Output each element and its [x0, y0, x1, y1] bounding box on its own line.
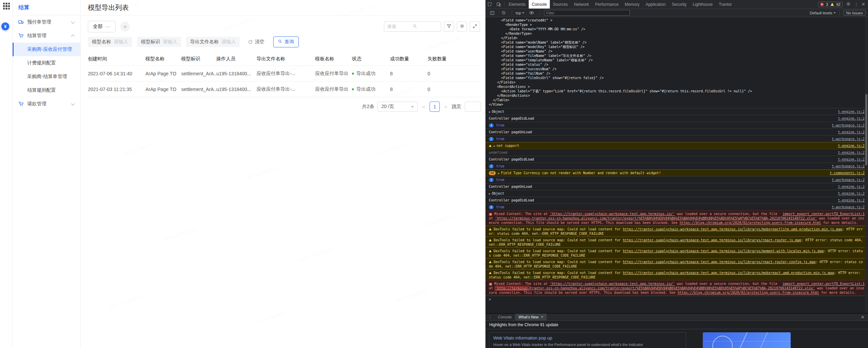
console-source-link[interactable]: t-components.js:2: [830, 171, 865, 175]
sidebar-item-请款管理[interactable]: 请款管理: [13, 97, 80, 111]
console-url-link[interactable]: trantor.oss-cn-hangzhou.aliyuncs.com/tra…: [530, 286, 815, 290]
execution-context-select[interactable]: top: [516, 11, 524, 15]
console-log-row[interactable]: t-workspace.js:22true: [485, 135, 868, 142]
table-row[interactable]: 2021-07-03 11:21:35ArAp Page TOsettlemen…: [88, 81, 481, 97]
console-source-link[interactable]: t-workspace.js:2: [832, 205, 865, 209]
log-levels-select[interactable]: Default levels: [810, 11, 836, 15]
console-log-row[interactable]: DevTools failed to load source map: Coul…: [485, 269, 868, 280]
devtools-tab-application[interactable]: Application: [642, 0, 669, 9]
clear-console-icon[interactable]: [499, 11, 508, 15]
tab-close-icon[interactable]: ✕: [541, 315, 544, 319]
console-url-link[interactable]: https://blog.chromium.org/2020/02/protec…: [680, 221, 821, 225]
console-log-row[interactable]: t-workspace.js:22true: [485, 163, 868, 169]
devtools-menu-icon[interactable]: ⋮: [854, 2, 858, 7]
console-log-row[interactable]: import_export_center.portTO_ExportList:1…: [485, 210, 868, 226]
prev-page-button[interactable]: <: [421, 104, 426, 110]
console-log-row[interactable]: t-workspace.js:26true: [485, 203, 868, 210]
console-prompt[interactable]: >: [485, 296, 868, 303]
devtools-tab-lighthouse[interactable]: Lighthouse: [689, 0, 716, 9]
clear-filters-button[interactable]: 清空: [248, 39, 264, 45]
fullscreen-button[interactable]: [470, 21, 480, 32]
devtools-tab-performance[interactable]: Performance: [592, 0, 622, 9]
filter-导出文件名称[interactable]: 导出文件名称请输入: [186, 37, 240, 47]
device-toolbar-icon[interactable]: [494, 2, 503, 7]
console-url-link[interactable]: 'https://terminus-trantor.oss-cn-hangzho…: [495, 216, 817, 220]
sidebar-item-计费规则配置[interactable]: 计费规则配置: [13, 56, 80, 70]
console-log-row[interactable]: t-engine.js:2▶not support: [485, 142, 868, 149]
page-size-select[interactable]: 20 /页: [377, 102, 418, 112]
console-source-link[interactable]: t-engine.js:2: [838, 184, 865, 189]
console-source-link[interactable]: t-workspace.js:2: [832, 178, 865, 182]
console-source-link[interactable]: t-engine.js:2: [838, 191, 865, 196]
console-status-badge[interactable]: ✕ 3 92: [818, 2, 843, 7]
console-sidebar-toggle-icon[interactable]: [488, 11, 497, 15]
devtools-tab-network[interactable]: Network: [571, 0, 592, 9]
console-source-link[interactable]: t-engine.js:2: [838, 143, 865, 148]
filter-模型标识[interactable]: 模型标识请输入: [137, 37, 181, 47]
drawer-menu-icon[interactable]: ⋮: [485, 315, 495, 319]
console-log-row[interactable]: DevTools failed to load source map: Coul…: [485, 258, 868, 269]
console-log-row[interactable]: t-engine.js:2▶Object: [485, 108, 868, 115]
devtools-tab-security[interactable]: Security: [669, 0, 689, 9]
devtools-close-icon[interactable]: ✕: [862, 2, 865, 7]
app-grid-icon[interactable]: [3, 3, 10, 10]
console-url-link[interactable]: 'https://trantor-supplychain-workspace-t…: [550, 212, 675, 216]
devtools-settings-icon[interactable]: [846, 1, 851, 7]
console-log-row[interactable]: import_export_center.portTO_ExportList:1…: [485, 280, 868, 296]
devtools-tab-console[interactable]: Console: [529, 0, 550, 9]
console-source-link[interactable]: t-engine.js:2: [838, 116, 865, 121]
console-xml-output[interactable]: <Field name="createdAt" > <RenderType > …: [485, 17, 868, 108]
console-source-link[interactable]: import_export_center.portTO_ExportList:1: [782, 212, 865, 216]
console-log-row[interactable]: t-workspace.js:22true: [485, 176, 868, 183]
table-row[interactable]: 2021-07-06 14:31:40ArAp Page TOsettlemen…: [88, 66, 481, 81]
console-source-link[interactable]: t-workspace.js:2: [832, 164, 865, 168]
console-url-link[interactable]: https://blog.chromium.org/2020/02/protec…: [678, 291, 819, 294]
current-page-button[interactable]: 1: [430, 102, 440, 112]
console-source-link[interactable]: t-workspace.js:2: [832, 137, 865, 141]
devtools-tab-elements[interactable]: Elements: [506, 0, 529, 9]
currency-help-bubble[interactable]: ¥: [1, 22, 10, 31]
sidebar-item-预付单管理[interactable]: 预付单管理: [13, 15, 80, 29]
console-log-row[interactable]: t-engine.js:2Controller pageDidLoad: [485, 197, 868, 203]
next-page-button[interactable]: >: [443, 104, 448, 110]
filter-模型名称[interactable]: 模型名称请输入: [88, 37, 132, 47]
expand-arrow-icon[interactable]: ▶: [494, 144, 495, 148]
console-log-row[interactable]: t-engine.js:2Controller pageDidLoad: [485, 115, 868, 122]
console-url-link[interactable]: https://trantor-supplychain-workspace-te…: [623, 249, 824, 253]
console-source-link[interactable]: t-engine.js:2: [838, 130, 865, 134]
drawer-tab-what-s-new[interactable]: What's New✕: [515, 314, 547, 320]
console-log-row[interactable]: t-engine.js:2Controller pageUnLoad: [485, 128, 868, 135]
console-url-link-highlighted[interactable]: 'http://terminus-: [495, 286, 530, 290]
console-log-row[interactable]: t-workspace.js:24true: [485, 122, 868, 128]
expand-arrow-icon[interactable]: ▶: [489, 192, 491, 196]
console-log-row[interactable]: t-engine.js:2Controller pageUnLoad: [485, 183, 868, 190]
sidebar-item-采购商-结算单管理[interactable]: 采购商-结算单管理: [13, 70, 80, 84]
console-scrollbar[interactable]: [865, 17, 868, 314]
console-log-row[interactable]: t-engine.js:2Controller pageDidLoad: [485, 156, 868, 163]
sidebar-item-结算规则配置[interactable]: 结算规则配置: [13, 84, 80, 97]
console-log-row[interactable]: t-components.js:280▶Field Type Currency …: [485, 169, 868, 176]
devtools-tab-sources[interactable]: Sources: [550, 0, 571, 9]
jump-page-input[interactable]: [465, 102, 481, 112]
console-source-link[interactable]: t-engine.js:2: [838, 150, 865, 155]
console-url-link[interactable]: https://trantor-supplychain-workspace-te…: [623, 260, 816, 264]
console-log-row[interactable]: t-engine.js:2undefined: [485, 149, 868, 156]
console-source-link[interactable]: t-engine.js:2: [838, 157, 865, 162]
console-url-link[interactable]: 'https://trantor-supplychain-workspace-t…: [550, 282, 675, 286]
console-source-link[interactable]: t-engine.js:2: [838, 198, 865, 202]
console-log-row[interactable]: t-engine.js:2▶Object: [485, 190, 868, 197]
query-button[interactable]: 查询: [273, 36, 299, 47]
tab-more-icon[interactable]: ⋯: [105, 24, 110, 29]
expand-arrow-icon[interactable]: ▶: [498, 171, 500, 176]
expand-arrow-icon[interactable]: ▶: [489, 110, 491, 114]
console-log-row[interactable]: DevTools failed to load source map: Coul…: [485, 247, 868, 258]
console-source-link[interactable]: import_export_center.portTO_ExportList:1: [782, 282, 865, 286]
console-url-link[interactable]: https://trantor-supplychain-workspace-te…: [623, 227, 842, 231]
console-log-row[interactable]: DevTools failed to load source map: Coul…: [485, 237, 868, 247]
scrollbar-thumb[interactable]: [865, 94, 867, 165]
sidebar-item-采购商-应收应付管理[interactable]: 采购商-应收应付管理: [13, 43, 80, 56]
whats-new-card-link[interactable]: Web Vitals information pop up: [493, 335, 682, 341]
search-input[interactable]: 搜索: [384, 21, 441, 32]
console-source-link[interactable]: t-engine.js:2: [838, 109, 865, 114]
inspect-element-icon[interactable]: [485, 2, 494, 7]
